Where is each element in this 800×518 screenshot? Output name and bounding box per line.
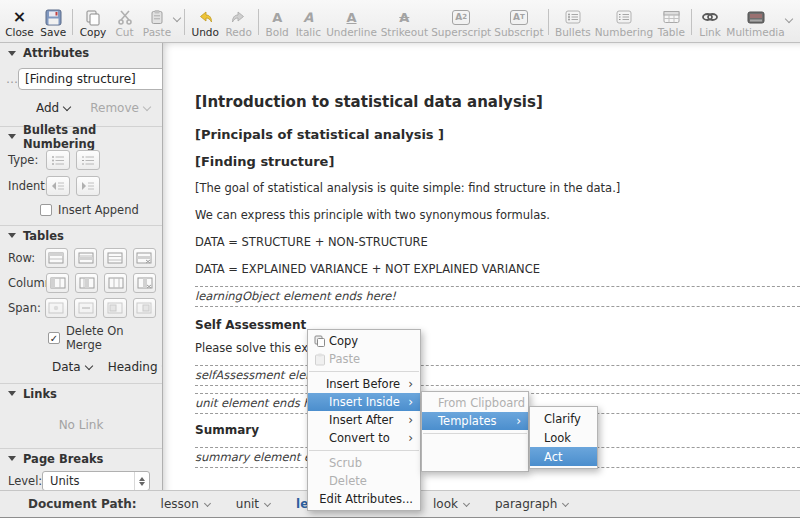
row-insert-below-button[interactable] [74, 248, 97, 268]
section-tables[interactable]: Tables [0, 225, 162, 244]
menu-item-copy[interactable]: Copy [308, 332, 420, 350]
attribute-value-input[interactable] [18, 68, 163, 90]
menu-item-insert-inside[interactable]: Insert Inside › [308, 393, 420, 411]
menu-item-edit-attributes[interactable]: Edit Attributes... [308, 490, 420, 508]
row-label: Row: [0, 251, 45, 265]
attributes-add-dropdown[interactable]: Add [36, 101, 70, 115]
attributes-remove-dropdown[interactable]: Remove [90, 101, 150, 115]
paste-button[interactable]: Paste [140, 7, 175, 41]
stepper-icon [134, 472, 149, 490]
underline-icon: A [346, 8, 356, 26]
menu-item-from-clipboard[interactable]: From Clipboard [422, 394, 528, 412]
undo-button[interactable]: Undo [188, 7, 222, 41]
menu-separator [309, 371, 419, 372]
table-icon [663, 8, 680, 26]
toolbar-separator [258, 9, 259, 35]
span-split-button[interactable] [74, 298, 97, 318]
table-data-dropdown[interactable]: Data [52, 360, 92, 374]
menu-item-convert-to[interactable]: Convert to › [308, 429, 420, 447]
indent-left-button[interactable] [46, 176, 70, 196]
section-bullets-numbering[interactable]: Bullets and Numbering [0, 126, 162, 145]
column-select-button[interactable] [104, 273, 127, 293]
delete-on-merge-checkbox[interactable]: ✓ [48, 332, 60, 344]
close-label: Close [5, 26, 34, 39]
doc-paragraph: [The goal of statistical analysis is qui… [195, 181, 800, 195]
copy-button[interactable]: Copy [76, 7, 109, 41]
path-item-paragraph[interactable]: paragraph [495, 497, 568, 511]
close-button[interactable]: × Close [2, 7, 37, 41]
menu-item-insert-before[interactable]: Insert Before › [308, 375, 420, 393]
span-column-button[interactable] [133, 298, 156, 318]
menu-item-paste[interactable]: Paste [308, 350, 420, 368]
menu-item-templates[interactable]: Templates › [422, 412, 528, 430]
path-item-unit[interactable]: unit [236, 497, 270, 511]
undo-label: Undo [191, 26, 218, 39]
bullet-list-type-button[interactable] [46, 150, 70, 170]
superscript-icon: A2 [452, 10, 470, 25]
toolbar-separator [72, 9, 73, 35]
redo-label: Redo [225, 26, 251, 39]
insert-append-label: Insert Append [58, 203, 139, 217]
menu-item-delete[interactable]: Delete [308, 472, 420, 490]
indent-right-icon [81, 181, 95, 191]
table-row-icon [48, 252, 64, 264]
bullets-button[interactable]: Bullets [552, 7, 593, 41]
paste-label: Paste [143, 26, 171, 39]
paste-dropdown-button[interactable] [174, 6, 180, 25]
italic-button[interactable]: A Italic [292, 7, 324, 41]
cut-icon [117, 8, 133, 26]
link-icon [701, 8, 719, 26]
strikeout-button[interactable]: A Strikeout [379, 7, 430, 41]
path-item-lesson[interactable]: lesson [161, 497, 210, 511]
multimedia-label: Multimedia [726, 26, 784, 39]
column-insert-right-button[interactable] [75, 273, 98, 293]
element-end-marker-self-assessment: selfAssessment element ends here! [195, 365, 800, 386]
numbering-button[interactable]: Numbering [593, 7, 654, 41]
row-delete-button[interactable] [133, 248, 156, 268]
section-links[interactable]: Links [0, 383, 162, 402]
save-button[interactable]: Save [37, 7, 70, 41]
menu-item-look[interactable]: Look [530, 428, 597, 447]
insert-append-checkbox[interactable] [40, 204, 52, 216]
menu-item-act[interactable]: Act [530, 447, 597, 466]
underline-button[interactable]: A Underline [324, 7, 378, 41]
link-button[interactable]: Link [695, 7, 725, 41]
level-select[interactable]: Units [42, 471, 150, 490]
span-row-button[interactable] [103, 298, 126, 318]
indent-label: Indent: [0, 179, 46, 193]
table-heading-dropdown[interactable]: Heading [108, 360, 163, 374]
numbered-list-type-button[interactable] [76, 150, 100, 170]
column-delete-button[interactable] [133, 273, 156, 293]
section-page-breaks[interactable]: Page Breaks [0, 448, 162, 467]
table-row-delete-icon [136, 252, 152, 264]
doc-heading-2: [Principals of statistical analysis ] [195, 127, 800, 142]
doc-self-assessment-title: Self Assessment [195, 318, 800, 332]
italic-icon: A [303, 8, 313, 26]
toolbar-overflow-button[interactable] [786, 7, 792, 26]
submenu-arrow-icon: › [408, 379, 413, 389]
row-insert-above-button[interactable] [45, 248, 68, 268]
subscript-button[interactable]: AT Subscript [492, 7, 545, 41]
span-merge-button[interactable] [45, 298, 68, 318]
table-column-icon [108, 277, 124, 289]
table-button[interactable]: Table [654, 7, 688, 41]
multimedia-icon [747, 8, 765, 26]
section-attributes[interactable]: Attributes [0, 43, 162, 62]
path-item-look[interactable]: look [433, 497, 469, 511]
row-select-button[interactable] [103, 248, 126, 268]
multimedia-button[interactable]: Multimedia [725, 7, 786, 41]
span-label: Span: [0, 301, 45, 315]
cut-button[interactable]: Cut [110, 7, 140, 41]
column-insert-left-button[interactable] [46, 273, 69, 293]
superscript-button[interactable]: A2 Superscript [430, 7, 492, 41]
menu-item-clarify[interactable]: Clarify [530, 409, 597, 428]
redo-button[interactable]: Redo [222, 7, 255, 41]
toolbar-separator [184, 9, 185, 35]
menu-item-insert-after[interactable]: Insert After › [308, 411, 420, 429]
attributes-more-button[interactable]: … [6, 72, 18, 86]
copy-label: Copy [80, 26, 107, 39]
indent-right-button[interactable] [76, 176, 100, 196]
doc-heading-3: [Finding structure] [195, 154, 800, 169]
menu-item-scrub[interactable]: Scrub [308, 454, 420, 472]
bold-button[interactable]: A Bold [262, 7, 292, 41]
